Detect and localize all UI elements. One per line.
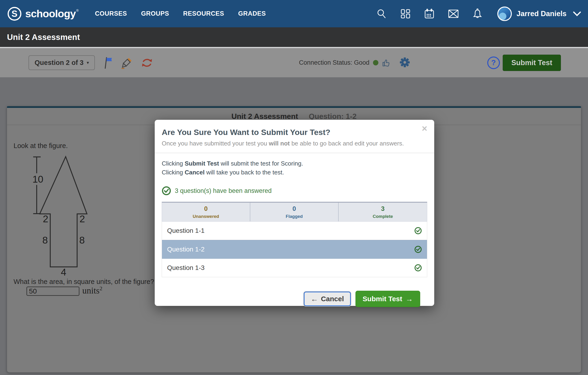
modal-subtitle: Once you have submitted your test you wi…	[162, 140, 413, 147]
summary-cell-flagged: 0 Flagged	[250, 203, 339, 221]
messages-icon[interactable]	[448, 8, 459, 19]
complete-check-icon	[414, 227, 422, 234]
highlighter-icon[interactable]	[121, 56, 133, 69]
connection-status-label: Connection Status: Good	[299, 59, 369, 66]
unanswered-label: Unanswered	[193, 214, 219, 219]
figure-label-base: 4	[61, 267, 66, 278]
answer-units: units2	[82, 285, 102, 296]
schoology-s-icon: S	[7, 6, 22, 21]
submit-confirmation-modal: × Are You Sure You Want to Submit Your T…	[155, 120, 434, 306]
cancel-button[interactable]: ← Cancel	[304, 292, 351, 306]
schoology-logo[interactable]: S schoology ®	[7, 6, 79, 21]
user-name[interactable]: Jarred Daniels	[516, 10, 567, 18]
right-arrow-icon: →	[406, 295, 413, 303]
navbar-utilities: Jarred Daniels	[376, 7, 581, 21]
figure-label-left-side: 8	[42, 235, 48, 246]
question-list: Question 1-1 Question 1-2	[162, 222, 427, 277]
card-header-question: Question: 1-2	[309, 112, 357, 121]
connection-status: Connection Status: Good	[299, 57, 410, 69]
notifications-bell-icon[interactable]	[472, 8, 483, 19]
figure-prompt-text: Look at the figure.	[14, 142, 68, 150]
modal-header: Are You Sure You Want to Submit Your Tes…	[155, 120, 434, 147]
registered-mark: ®	[76, 9, 79, 12]
complete-count: 3	[381, 205, 384, 213]
calendar-icon[interactable]	[424, 8, 435, 19]
question-nav-dropdown[interactable]: Question 2 of 3 ▾	[29, 55, 95, 70]
modal-instruction-cancel: Clicking Cancel will take you back to th…	[162, 168, 427, 177]
user-avatar[interactable]	[497, 7, 512, 21]
summary-cell-complete: 3 Complete	[339, 203, 427, 221]
complete-check-icon	[414, 264, 422, 272]
assessment-toolbar: Question 2 of 3 ▾ Connection Status:	[0, 48, 588, 77]
modal-close-icon[interactable]: ×	[420, 123, 429, 133]
arrow-figure: 10 2 2 8 8 4	[33, 152, 98, 278]
question-row-1-2-active[interactable]: Question 1-2	[162, 240, 427, 259]
answered-summary-row: 3 question(s) have been answered	[162, 186, 427, 195]
primary-nav: COURSES GROUPS RESOURCES GRADES	[95, 10, 266, 17]
question-summary-table: 0 Unanswered 0 Flagged 3 Complete	[162, 202, 427, 222]
modal-instruction-submit: Clicking Submit Test will submit the tes…	[162, 159, 427, 168]
modal-title: Are You Sure You Want to Submit Your Tes…	[162, 128, 413, 137]
assessment-title-bar: Unit 2 Assessment	[0, 27, 588, 47]
brand-wordmark: schoology	[25, 8, 76, 20]
modal-footer: ← Cancel Submit Test →	[162, 277, 427, 307]
schoology-assessment-screen: S schoology ® COURSES GROUPS RESOURCES G…	[0, 0, 588, 375]
nav-item-resources[interactable]: RESOURCES	[183, 10, 224, 17]
question-tools	[103, 56, 153, 69]
question-text: What is the area, in square units, of th…	[14, 278, 170, 285]
left-arrow-icon: ←	[311, 295, 318, 303]
modal-body: Clicking Submit Test will submit the tes…	[155, 153, 434, 307]
question-row-1-3[interactable]: Question 1-3	[162, 259, 427, 277]
search-icon[interactable]	[376, 8, 387, 19]
answered-note: 3 question(s) have been answered	[175, 187, 272, 194]
figure-label-right-side: 8	[79, 235, 84, 246]
modal-submit-test-button[interactable]: Submit Test →	[356, 291, 420, 307]
apps-grid-icon[interactable]	[400, 8, 411, 19]
summary-cell-unanswered: 0 Unanswered	[162, 203, 250, 221]
toolbar-submit-test-button[interactable]: Submit Test	[503, 55, 561, 71]
complete-check-icon	[414, 246, 422, 253]
flagged-count: 0	[292, 205, 296, 213]
help-button[interactable]: ?	[487, 57, 500, 69]
unanswered-count: 0	[204, 205, 208, 213]
top-navbar: S schoology ® COURSES GROUPS RESOURCES G…	[0, 0, 588, 27]
figure-label-right-offset: 2	[79, 213, 85, 224]
answer-input[interactable]	[26, 286, 79, 296]
thumbs-up-icon	[382, 58, 390, 67]
question-row-1-1[interactable]: Question 1-1	[162, 222, 427, 240]
nav-item-grades[interactable]: GRADES	[238, 10, 266, 17]
nav-item-groups[interactable]: GROUPS	[141, 10, 169, 17]
settings-gear-icon[interactable]	[399, 57, 410, 69]
user-menu-chevron-down-icon[interactable]	[573, 11, 581, 16]
check-circle-icon	[162, 186, 171, 195]
figure-label-left-offset: 2	[43, 213, 48, 224]
flagged-label: Flagged	[286, 214, 303, 219]
flag-question-icon[interactable]	[103, 56, 113, 69]
dropdown-caret-icon: ▾	[87, 60, 89, 65]
figure-label-height: 10	[33, 174, 43, 185]
svg-text:S: S	[11, 9, 17, 19]
assessment-title: Unit 2 Assessment	[7, 32, 80, 42]
reset-refresh-icon[interactable]	[141, 57, 153, 69]
nav-item-courses[interactable]: COURSES	[95, 10, 127, 17]
connection-status-dot	[373, 60, 378, 65]
complete-label: Complete	[373, 214, 393, 219]
card-header-title: Unit 2 Assessment	[231, 112, 298, 121]
